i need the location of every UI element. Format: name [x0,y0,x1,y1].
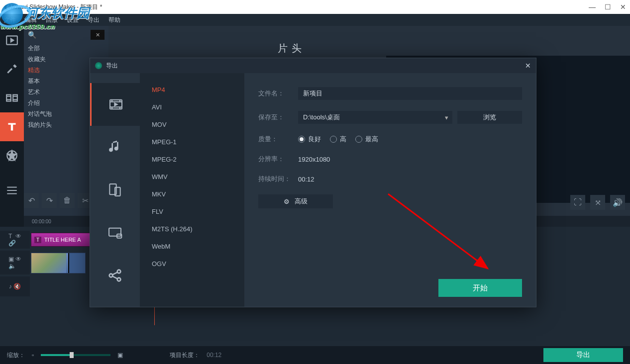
fmt-ogv[interactable]: OGV [140,255,244,273]
svg-rect-1 [6,95,11,101]
fmt-wmv[interactable]: WMV [140,168,244,185]
maximize-button[interactable]: ☐ [605,3,611,11]
panel-title: 片头 [278,42,306,55]
quality-good[interactable]: 良好 [298,135,321,144]
expand-button[interactable]: ⛶ [570,195,585,210]
tool-more[interactable] [0,176,24,205]
start-button[interactable]: 开始 [438,279,522,297]
window-title: Movavi Slideshow Maker - 新项目 * [9,3,102,11]
track-head-audio: ♪ 🔇 [0,276,30,296]
fmt-m2ts[interactable]: M2TS (H.264) [140,220,244,238]
cat-all[interactable]: 全部 [28,43,105,54]
app-icon [95,62,102,69]
delete-button[interactable]: 🗑 [60,193,75,208]
filename-input[interactable] [298,87,522,100]
saveto-select[interactable]: D:\tools\桌面 [298,111,452,124]
tool-stickers[interactable] [0,141,24,170]
close-button[interactable]: ✕ [620,3,626,11]
duration-label: 持续时间： [258,175,298,183]
track-head-video: ▣ 👁🔈 [0,251,30,274]
zoom-in-icon[interactable]: ▣ [117,352,123,359]
search-clear[interactable]: ✕ [91,30,105,40]
volume-button[interactable]: 🔊 [610,195,625,210]
length-label: 项目长度： [170,351,200,360]
export-tab-video[interactable] [90,83,140,126]
minimize-button[interactable]: — [589,3,596,11]
tool-titles[interactable] [0,112,24,141]
export-tab-audio[interactable] [90,126,140,169]
search-icon[interactable]: 🔍 [28,31,36,39]
track-head-title: T 👁🔗 [0,231,30,249]
export-tab-tv[interactable] [90,211,140,254]
advanced-button[interactable]: ⚙高级 [258,194,333,208]
menu-export[interactable]: 导出 [88,16,100,24]
fmt-mp4[interactable]: MP4 [140,81,244,98]
menu-help[interactable]: 帮助 [108,16,120,24]
zoom-label: 缩放： [7,351,25,360]
filename-label: 文件名： [258,89,298,98]
quality-label: 质量： [258,135,298,144]
redo-button[interactable]: ↷ [42,193,57,208]
export-dialog: 导出 ✕ MP4 AVI MOV MPEG-1 MPEG-2 WMV MKV F… [90,58,536,307]
window-titlebar: ◐ Movavi Slideshow Maker - 新项目 * — ☐ ✕ [0,0,630,14]
resolution-label: 分辨率： [258,155,298,164]
fmt-mpeg1[interactable]: MPEG-1 [140,133,244,151]
timeline-tools: ↶ ↷ 🗑 ✂ [24,193,93,208]
svg-rect-7 [109,228,121,236]
saveto-label: 保存至： [258,113,298,122]
fmt-mov[interactable]: MOV [140,116,244,133]
fmt-avi[interactable]: AVI [140,98,244,116]
video-clip[interactable] [31,253,86,273]
zoom-slider[interactable] [41,354,110,356]
export-tab-devices[interactable] [90,169,140,211]
format-list: MP4 AVI MOV MPEG-1 MPEG-2 WMV MKV FLV M2… [140,73,244,307]
svg-rect-2 [13,95,17,101]
tool-filters[interactable] [0,55,24,84]
export-category-tabs [90,73,140,307]
browse-button[interactable]: 浏览 [457,111,522,124]
export-close-button[interactable]: ✕ [525,62,531,70]
tool-transitions[interactable] [0,84,24,112]
export-titlebar: 导出 ✕ [90,58,536,73]
menu-file[interactable]: 文件 [4,16,16,24]
fmt-mkv[interactable]: MKV [140,185,244,203]
menu-playback[interactable]: 回放 [46,16,58,24]
export-title: 导出 [106,62,118,70]
menubar: 文件 编辑 回放 设置 导出 帮助 [0,14,630,26]
zoom-out-icon[interactable]: ▫ [32,352,34,359]
menu-settings[interactable]: 设置 [67,16,79,24]
fmt-flv[interactable]: FLV [140,203,244,220]
duration-value: 00:12 [298,176,315,183]
undo-button[interactable]: ↶ [24,193,39,208]
fmt-webm[interactable]: WebM [140,238,244,255]
export-button[interactable]: 导出 [543,348,623,362]
resolution-value: 1920x1080 [298,156,330,163]
quality-best[interactable]: 最高 [355,135,378,144]
bottom-bar: 缩放： ▫ ▣ 项目长度： 00:12 导出 [0,346,630,364]
fmt-mpeg2[interactable]: MPEG-2 [140,151,244,168]
fullscreen-button[interactable]: ⤧ [590,195,605,210]
export-settings: 文件名： 保存至： D:\tools\桌面 浏览 质量： 良好 高 最高 分辨率… [244,73,536,307]
quality-high[interactable]: 高 [330,135,346,144]
export-tab-share[interactable] [90,254,140,297]
length-value: 00:12 [207,352,221,359]
tool-media[interactable] [0,26,24,55]
gear-icon: ⚙ [284,198,290,205]
menu-edit[interactable]: 编辑 [25,16,37,24]
